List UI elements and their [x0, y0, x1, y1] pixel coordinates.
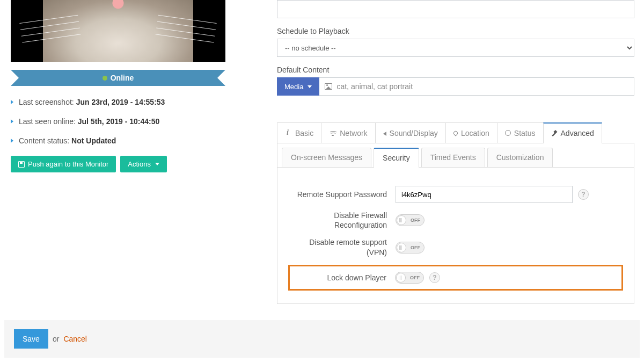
subtab-onscreen-messages[interactable]: On-screen Messages [282, 148, 371, 167]
remote-support-password-input[interactable] [396, 186, 573, 203]
screenshot-image [43, 0, 193, 62]
tabs-primary: Basic Network Sound/Display Location Sta… [277, 122, 634, 143]
tab-basic[interactable]: Basic [277, 122, 321, 143]
save-button[interactable]: Save [14, 329, 48, 349]
caret-right-icon [11, 139, 13, 143]
meta-value: Not Updated [71, 136, 116, 145]
help-icon[interactable]: ? [578, 189, 589, 200]
tab-label: On-screen Messages [291, 153, 362, 162]
meta-label: Content status: [19, 136, 69, 145]
tab-sound-display[interactable]: Sound/Display [375, 122, 446, 143]
subtab-timed-events[interactable]: Timed Events [421, 148, 485, 167]
tab-label: Status [514, 129, 536, 137]
lockdown-toggle[interactable]: OFF [395, 272, 424, 284]
remote-support-password-label: Remote Support Password [288, 190, 396, 199]
tab-label: Security [383, 154, 410, 162]
status-text: Online [111, 74, 134, 82]
meta-content-status[interactable]: Content status: Not Updated [11, 131, 225, 150]
disable-vpn-toggle[interactable]: OFF [396, 242, 425, 254]
disable-firewall-label: Disable Firewall Reconfiguration [288, 211, 396, 230]
tab-label: Sound/Display [390, 129, 438, 137]
status-circle-icon [505, 130, 511, 136]
or-text: or [53, 335, 59, 343]
caret-right-icon [11, 100, 13, 104]
schedule-label: Schedule to Playback [277, 27, 634, 35]
caret-right-icon [11, 119, 13, 124]
meta-label: Last screenshot: [19, 98, 74, 106]
save-icon [18, 161, 25, 168]
link-label: Cancel [63, 335, 87, 343]
subtab-customization[interactable]: Customization [487, 148, 553, 167]
disable-firewall-toggle[interactable]: OFF [396, 214, 425, 226]
tab-label: Basic [295, 129, 313, 137]
default-content-value[interactable]: cat, animal, cat portrait [319, 77, 634, 96]
cancel-link[interactable]: Cancel [63, 335, 87, 343]
chevron-down-icon [155, 163, 159, 165]
meta-value: Jul 5th, 2019 - 10:44:50 [78, 117, 160, 126]
schedule-select[interactable]: -- no schedule -- [277, 39, 634, 57]
default-content-label: Default Content [277, 66, 634, 74]
toggle-text: OFF [411, 218, 420, 223]
help-icon[interactable]: ? [429, 272, 440, 283]
chevron-down-icon [308, 85, 312, 88]
lockdown-highlight: Lock down Player OFF ? [288, 265, 623, 291]
monitor-screenshot[interactable] [11, 0, 225, 62]
wifi-icon [329, 131, 336, 136]
tab-label: Customization [496, 153, 544, 162]
security-panel: Remote Support Password ? Disable Firewa… [277, 167, 634, 304]
info-icon [285, 129, 292, 136]
button-label: Media [284, 83, 303, 91]
tab-label: Location [461, 129, 489, 137]
volume-icon [383, 132, 386, 136]
tab-advanced[interactable]: Advanced [543, 122, 602, 143]
tab-network[interactable]: Network [321, 122, 375, 143]
status-ribbon: Online [11, 70, 225, 86]
lockdown-label: Lock down Player [290, 273, 395, 283]
meta-last-screenshot[interactable]: Last screenshot: Jun 23rd, 2019 - 14:55:… [11, 92, 225, 112]
button-label: Push again to this Monitor [28, 160, 108, 168]
wrench-icon [551, 130, 558, 136]
tab-location[interactable]: Location [445, 122, 497, 143]
footer-bar: Save or Cancel [4, 320, 640, 358]
tab-status[interactable]: Status [497, 122, 544, 143]
image-icon [325, 83, 332, 90]
media-text: cat, animal, cat portrait [336, 82, 413, 91]
online-dot-icon [103, 76, 107, 81]
tab-label: Network [340, 129, 367, 137]
top-input[interactable] [277, 0, 634, 18]
tabs-secondary: On-screen Messages Security Timed Events… [277, 143, 634, 167]
subtab-security[interactable]: Security [374, 148, 419, 167]
meta-last-seen[interactable]: Last seen online: Jul 5th, 2019 - 10:44:… [11, 112, 225, 131]
disable-vpn-label: Disable remote support (VPN) [288, 237, 396, 257]
toggle-text: OFF [411, 245, 420, 250]
toggle-text: OFF [410, 275, 420, 280]
tab-label: Timed Events [430, 153, 476, 162]
meta-label: Last seen online: [19, 117, 76, 126]
actions-dropdown-button[interactable]: Actions [120, 156, 167, 172]
tab-label: Advanced [561, 129, 594, 137]
push-again-button[interactable]: Push again to this Monitor [11, 156, 116, 172]
media-dropdown-button[interactable]: Media [277, 77, 319, 96]
map-pin-icon [452, 130, 458, 136]
button-label: Save [23, 335, 40, 343]
button-label: Actions [128, 160, 151, 168]
meta-value: Jun 23rd, 2019 - 14:55:53 [76, 98, 165, 106]
